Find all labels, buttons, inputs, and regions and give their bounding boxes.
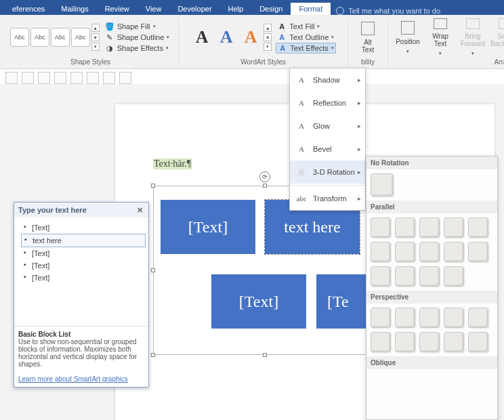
rotate-handle-icon[interactable]: ⟳ — [259, 171, 270, 182]
text-pane-list[interactable]: [Text] text here [Text] [Text] [Text] — [14, 217, 148, 326]
te-reflection[interactable]: AReflection▸ — [290, 91, 365, 114]
shape-effects-button[interactable]: ◑Shape Effects▾ — [104, 43, 171, 54]
rotation-option[interactable] — [444, 266, 464, 287]
resize-handle[interactable] — [151, 353, 155, 357]
wrap-text-button[interactable]: Wrap Text▾ — [425, 18, 456, 56]
rotation-option[interactable] — [371, 332, 391, 352]
rotation-option[interactable] — [468, 332, 488, 352]
wordart-gallery-down[interactable]: ▼ — [264, 33, 272, 41]
shape-fill-button[interactable]: 🪣Shape Fill▾ — [104, 21, 171, 32]
wordart-gallery-more[interactable]: ▾ — [264, 43, 272, 51]
te-3d-rotation[interactable]: A3-D Rotation▸ — [290, 161, 365, 184]
smartart-container[interactable]: ⟳ [Text] text here [Text] [Te — [153, 186, 377, 355]
tab-mailings[interactable]: Mailings — [53, 3, 96, 15]
bring-forward-button: Bring Forward▾ — [457, 18, 488, 56]
rotation-header-none: No Rotation — [366, 156, 497, 169]
text-pane-item-selected[interactable]: text here — [21, 234, 146, 247]
transform-icon: abc — [295, 192, 308, 205]
qat-btn-5[interactable] — [70, 72, 83, 84]
shape-outline-button[interactable]: ✎Shape Outline▾ — [104, 32, 171, 43]
pen-icon: ✎ — [105, 33, 114, 42]
shape-style-gallery-up[interactable]: ▲ — [91, 24, 100, 32]
qat-btn-2[interactable] — [22, 72, 34, 84]
te-transform[interactable]: abcTransform▸ — [290, 187, 365, 210]
rotation-option[interactable] — [371, 217, 391, 238]
smartart-block-1[interactable]: [Text] — [161, 200, 255, 254]
document-text[interactable]: Text·här.¶ — [153, 159, 192, 169]
tab-references[interactable]: eferences — [4, 3, 53, 15]
rotation-option[interactable] — [444, 332, 464, 352]
te-glow[interactable]: AGlow▸ — [290, 114, 365, 138]
shape-style-gallery-more[interactable]: ▾ — [91, 43, 100, 51]
group-accessibility: Alt Text bility — [348, 18, 388, 68]
position-button[interactable]: Position▾ — [392, 18, 423, 56]
shape-style-gallery-down[interactable]: ▼ — [91, 33, 100, 41]
rotation-option[interactable] — [371, 308, 391, 328]
group-shape-styles: Abc Abc Abc Abc ▲ ▼ ▾ 🪣Shape Fill▾ ✎Shap… — [3, 18, 179, 68]
rotation-option[interactable] — [395, 217, 415, 238]
rotation-option[interactable] — [468, 217, 488, 238]
resize-handle[interactable] — [263, 184, 267, 188]
text-outline-button[interactable]: AText Outline▾ — [276, 32, 336, 43]
rotation-option[interactable] — [468, 242, 488, 262]
resize-handle[interactable] — [151, 268, 155, 272]
shape-style-thumb-4[interactable]: Abc — [71, 28, 90, 47]
tab-help[interactable]: Help — [220, 3, 252, 15]
qat-btn-1[interactable] — [5, 72, 18, 84]
rotation-option[interactable] — [444, 308, 464, 328]
rotation-option[interactable] — [444, 217, 464, 238]
tab-view[interactable]: View — [138, 3, 170, 15]
text-pane-item[interactable]: [Text] — [21, 272, 146, 284]
resize-handle[interactable] — [151, 184, 155, 188]
te-shadow[interactable]: AShadow▸ — [290, 68, 365, 91]
shape-style-thumb-1[interactable]: Abc — [10, 28, 29, 47]
rotation-option[interactable] — [395, 332, 415, 352]
ribbon-tabs: eferences Mailings Review View Developer… — [0, 0, 504, 15]
ribbon: Abc Abc Abc Abc ▲ ▼ ▾ 🪣Shape Fill▾ ✎Shap… — [0, 15, 504, 69]
qat-btn-4[interactable] — [54, 72, 66, 84]
wordart-thumb-2[interactable]: A — [215, 24, 238, 51]
shape-style-thumb-3[interactable]: Abc — [51, 28, 70, 47]
tab-design[interactable]: Design — [251, 3, 291, 15]
rotation-option-none[interactable] — [371, 173, 394, 196]
rotation-option[interactable] — [395, 308, 415, 328]
tab-review[interactable]: Review — [97, 3, 138, 15]
text-fill-button[interactable]: AText Fill▾ — [276, 21, 336, 32]
rotation-option[interactable] — [395, 266, 415, 287]
rotation-option[interactable] — [444, 242, 464, 262]
smartart-block-3[interactable]: [Text] — [211, 274, 306, 329]
qat-btn-6[interactable] — [87, 72, 99, 84]
wordart-gallery-up[interactable]: ▲ — [264, 24, 272, 32]
text-effects-button[interactable]: AText Effects▾ — [276, 43, 336, 54]
resize-handle[interactable] — [263, 353, 267, 357]
rotation-option[interactable] — [419, 308, 440, 328]
wordart-thumb-1[interactable]: A — [190, 24, 213, 51]
qat-btn-8[interactable] — [119, 72, 131, 84]
learn-more-link[interactable]: Learn more about SmartArt graphics — [18, 375, 128, 383]
text-pane-item[interactable]: [Text] — [21, 259, 146, 272]
rotation-option[interactable] — [419, 217, 440, 238]
rotation-option[interactable] — [371, 266, 391, 287]
rotation-option[interactable] — [468, 308, 488, 328]
close-icon[interactable]: ✕ — [135, 205, 144, 215]
text-pane-item[interactable]: [Text] — [21, 222, 146, 234]
rotation-option[interactable] — [419, 242, 440, 262]
text-pane-item[interactable]: [Text] — [21, 247, 146, 259]
qat-btn-7[interactable] — [103, 72, 115, 84]
qat-btn-3[interactable] — [38, 72, 50, 84]
tab-format[interactable]: Format — [291, 3, 331, 15]
rotation-option[interactable] — [419, 332, 440, 352]
send-backward-icon — [499, 18, 504, 29]
wordart-thumb-3[interactable]: A — [239, 24, 262, 51]
shape-style-thumb-2[interactable]: Abc — [30, 28, 49, 47]
wrap-icon — [434, 18, 447, 29]
te-bevel[interactable]: ABevel▸ — [290, 138, 365, 161]
tell-me-search[interactable]: Tell me what you want to do — [336, 7, 440, 15]
rotation-option[interactable] — [371, 242, 391, 262]
tab-developer[interactable]: Developer — [169, 3, 219, 15]
alt-text-button[interactable]: Alt Text — [352, 18, 383, 56]
text-outline-icon: A — [277, 33, 287, 42]
rotation-option[interactable] — [395, 242, 415, 262]
reflection-icon: A — [295, 97, 308, 109]
rotation-option[interactable] — [419, 266, 440, 287]
